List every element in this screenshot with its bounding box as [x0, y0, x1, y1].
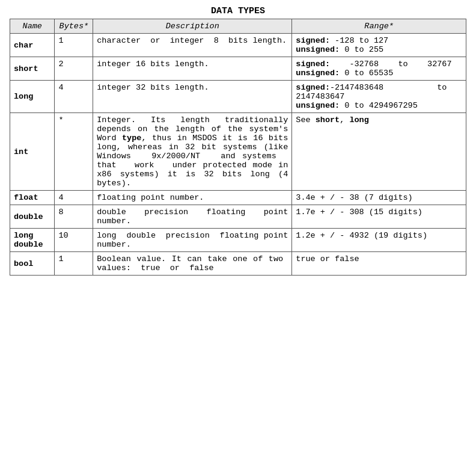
header-description: Description	[93, 19, 292, 34]
header-row: Name Bytes* Description Range*	[10, 19, 466, 34]
header-range: Range*	[292, 19, 466, 34]
range-float: 3.4e + / - 38 (7 digits)	[292, 191, 466, 205]
name-int: int	[10, 113, 55, 191]
name-short: short	[10, 57, 55, 81]
table-row: longdouble 10 long double precision floa…	[10, 229, 466, 252]
table-row: float 4 floating point number. 3.4e + / …	[10, 191, 466, 205]
bytes-char: 1	[55, 34, 93, 57]
table-row: short 2 integer 16 bits length. signed: …	[10, 57, 466, 81]
name-long-double: longdouble	[10, 229, 55, 252]
data-types-table: Name Bytes* Description Range* char 1 ch…	[10, 19, 466, 276]
range-char: signed: -128 to 127 unsigned: 0 to 255	[292, 34, 466, 57]
desc-float: floating point number.	[93, 191, 292, 205]
desc-double: double precision floating point number.	[93, 205, 292, 229]
table-row: double 8 double precision floating point…	[10, 205, 466, 229]
name-long: long	[10, 81, 55, 113]
range-bool: true or false	[292, 252, 466, 276]
desc-int: Integer. Its length traditionally depend…	[93, 113, 292, 191]
bytes-short: 2	[55, 57, 93, 81]
name-bool: bool	[10, 252, 55, 276]
desc-bool: Boolean value. It can take one of two va…	[93, 252, 292, 276]
range-double: 1.7e + / - 308 (15 digits)	[292, 205, 466, 229]
desc-short: integer 16 bits length.	[93, 57, 292, 81]
header-name: Name	[10, 19, 55, 34]
bytes-bool: 1	[55, 252, 93, 276]
table-title: DATA TYPES	[10, 6, 466, 16]
bytes-double: 8	[55, 205, 93, 229]
desc-long-double: long double precision floating point num…	[93, 229, 292, 252]
name-double: double	[10, 205, 55, 229]
desc-long: integer 32 bits length.	[93, 81, 292, 113]
bytes-int: *	[55, 113, 93, 191]
range-int: See short, long	[292, 113, 466, 191]
table-row: int * Integer. Its length traditionally …	[10, 113, 466, 191]
range-long: signed:-2147483648 to 2147483647 unsigne…	[292, 81, 466, 113]
table-row: char 1 character or integer 8 bits lengt…	[10, 34, 466, 57]
page-wrapper: DATA TYPES Name Bytes* Description Range…	[10, 6, 466, 276]
bytes-long-double: 10	[55, 229, 93, 252]
bytes-long: 4	[55, 81, 93, 113]
name-char: char	[10, 34, 55, 57]
desc-char: character or integer 8 bits length.	[93, 34, 292, 57]
header-bytes: Bytes*	[55, 19, 93, 34]
range-short: signed: -32768 to 32767 unsigned: 0 to 6…	[292, 57, 466, 81]
table-row: long 4 integer 32 bits length. signed:-2…	[10, 81, 466, 113]
name-float: float	[10, 191, 55, 205]
range-long-double: 1.2e + / - 4932 (19 digits)	[292, 229, 466, 252]
table-row: bool 1 Boolean value. It can take one of…	[10, 252, 466, 276]
bytes-float: 4	[55, 191, 93, 205]
